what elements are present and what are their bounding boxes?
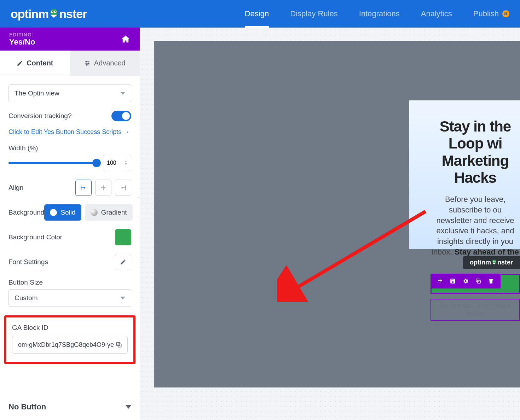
nav-publish[interactable]: Publish [473,0,509,28]
svg-rect-5 [504,12,505,15]
trash-icon[interactable] [488,278,494,284]
sliders-icon [84,60,91,66]
slider-thumb[interactable] [92,159,101,167]
chevron-down-icon [120,297,125,299]
editing-label: EDITING: [9,32,35,37]
sidebar-tabs: Content Advanced [0,51,140,76]
align-right-button[interactable] [115,180,131,196]
tab-content[interactable]: Content [0,51,70,76]
button-size-label: Button Size [8,279,131,286]
pause-badge-icon [502,10,509,17]
conversion-tracking-toggle[interactable] [111,111,131,121]
svg-rect-6 [506,12,507,15]
align-right-icon [120,184,127,191]
copy-icon[interactable] [475,278,481,284]
popup-preview[interactable]: Stay in the Loop wi Marketing Hacks Befo… [409,100,520,249]
nav-integrations[interactable]: Integrations [359,0,400,28]
button-size-select[interactable]: Custom [8,289,131,307]
mascot-icon [48,8,60,20]
sidebar: EDITING: Yes/No Content Advanced The Opt… [0,28,140,420]
gear-icon[interactable] [462,278,469,284]
bg-gradient-button[interactable]: Gradient [85,204,133,221]
ga-block-label: GA Block ID [12,324,128,332]
tab-advanced[interactable]: Advanced [70,51,140,76]
home-icon[interactable] [121,34,131,44]
font-settings-label: Font Settings [8,258,48,266]
edit-scripts-link[interactable]: Click to Edit Yes Button Success Scripts… [8,128,131,136]
svg-point-11 [88,63,89,64]
width-input[interactable]: 100 ▲ ▼ [103,155,131,171]
svg-point-3 [52,11,53,12]
font-settings-button[interactable] [115,254,131,270]
align-center-button[interactable] [95,180,111,196]
mascot-icon [491,259,497,266]
nav-display-rules[interactable]: Display Rules [290,0,338,28]
copy-button[interactable] [114,340,124,350]
chevron-down-icon [120,92,125,95]
align-left-icon [80,184,87,191]
bg-solid-button[interactable]: Solid [44,204,81,221]
element-toolbar [431,274,501,288]
nav-design[interactable]: Design [245,0,269,28]
svg-point-24 [493,261,494,262]
logo-text: optinm nster [11,7,87,21]
align-label: Align [8,184,23,192]
gradient-circle-icon [91,209,98,216]
pencil-icon [120,259,126,265]
svg-point-10 [86,61,87,62]
no-thanks-link[interactable]: No thanks, I don't want hacks [431,299,520,321]
view-select[interactable]: The Optin view [8,84,131,102]
ga-block-input[interactable]: om-gMxDbr1q7SBgG8qeb4O9-yesno-ye [12,336,128,354]
pencil-icon [17,60,23,66]
align-left-button[interactable] [75,180,92,196]
sidebar-header: EDITING: Yes/No [0,28,140,51]
svg-point-12 [86,64,87,65]
align-center-icon [100,184,107,191]
top-header: optinm nster Design Display Rules Integr… [0,0,520,28]
no-button-section[interactable]: No Button [0,393,140,420]
solid-circle-icon [50,209,57,216]
svg-point-4 [55,11,56,12]
bg-color-swatch[interactable] [115,229,131,245]
top-nav: Design Display Rules Integrations Analyt… [245,0,509,28]
editing-title: Yes/No [9,37,35,47]
logo[interactable]: optinm nster [11,5,87,23]
svg-point-25 [495,261,496,262]
background-label: Background [8,209,44,216]
move-icon[interactable] [437,278,443,284]
chevron-down-icon [126,405,131,409]
bg-color-label: Background Color [8,233,62,241]
optinmonster-badge[interactable]: optinmnster [463,256,520,269]
width-slider[interactable] [8,162,97,164]
design-canvas[interactable]: Stay in the Loop wi Marketing Hacks Befo… [140,28,520,420]
conversion-tracking-label: Conversion tracking? [8,112,71,120]
ga-block-highlight: GA Block ID om-gMxDbr1q7SBgG8qeb4O9-yesn… [4,315,135,364]
nav-analytics[interactable]: Analytics [421,0,452,28]
copy-icon [115,341,122,348]
save-icon[interactable] [450,278,456,284]
stepper-down-icon[interactable]: ▼ [125,163,127,166]
popup-heading[interactable]: Stay in the Loop wi Marketing Hacks [431,118,520,186]
width-label: Width (%) [8,144,131,152]
